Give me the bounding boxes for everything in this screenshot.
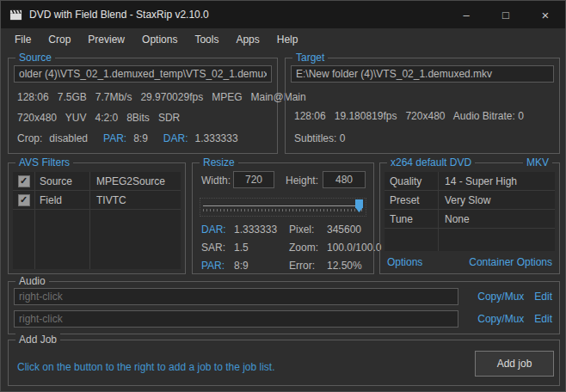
audio-track-1: Copy/Mux Edit	[14, 288, 552, 305]
grid-line	[34, 172, 35, 269]
resize-par-link[interactable]: PAR:	[201, 260, 234, 272]
menu-options[interactable]: Options	[133, 30, 186, 49]
source-group: Source 128:06 7.5GB 7.7Mb/s 29.970029fps…	[8, 58, 278, 154]
grid-line	[438, 172, 439, 251]
source-crop-line: Crop: disabled PAR: 8:9 DAR: 1.333333	[17, 132, 245, 144]
width-label: Width:	[201, 175, 231, 187]
add-job-hint: Click on the button to the right to add …	[17, 361, 275, 373]
menu-help[interactable]: Help	[268, 30, 307, 49]
slider-track[interactable]	[203, 205, 363, 206]
window-title: DVD with Field Blend - StaxRip v2.10.0	[29, 9, 209, 21]
source-info-line1: 128:06 7.5GB 7.7Mb/s 29.970029fps MPEG M…	[17, 91, 306, 103]
container-options-link[interactable]: Container Options	[469, 256, 552, 268]
tune-value[interactable]: None	[438, 213, 470, 225]
resize-zoom-value: 100.0/100.0	[327, 242, 381, 254]
audio-track-2-input[interactable]	[14, 310, 458, 328]
dar-value: 1.333333	[195, 132, 238, 144]
app-icon	[9, 9, 22, 21]
filter-field-value[interactable]: TIVTC	[89, 194, 126, 206]
resize-group: Resize Width: Height: DAR: 1.333333 Pixe…	[192, 162, 374, 274]
resize-dar-value: 1.333333	[234, 224, 289, 236]
encoder-row-tune: Tune None	[385, 210, 555, 229]
slider-ticks	[203, 209, 363, 211]
target-group-label: Target	[292, 52, 328, 64]
audio-track-1-input[interactable]	[14, 288, 458, 305]
filter-source-name[interactable]: Source	[34, 175, 89, 187]
resize-slider[interactable]	[200, 198, 366, 217]
menu-crop[interactable]: Crop	[40, 30, 79, 49]
resize-zoom-label: Zoom:	[289, 242, 327, 254]
maximize-button[interactable]: □	[486, 1, 526, 28]
resize-error-value: 12.50%	[327, 260, 381, 272]
menubar: File Crop Preview Options Tools Apps Hel…	[1, 28, 565, 51]
resize-dar-link[interactable]: DAR:	[201, 224, 234, 236]
target-path-input[interactable]	[291, 65, 554, 83]
tune-label: Tune	[385, 213, 438, 225]
crop-label: Crop:	[17, 132, 42, 144]
avs-filters-group: AVS Filters ✓ Source MPEG2Source ✓	[8, 162, 186, 274]
audio-track-2-copymux-link[interactable]: Copy/Mux	[477, 313, 524, 325]
target-info-line1: 128:06 19.180819fps 720x480 Audio Bitrat…	[294, 110, 524, 122]
encoder-group-label[interactable]: x264 default DVD	[387, 156, 475, 168]
resize-pixel-value: 345600	[327, 224, 381, 236]
minimize-button[interactable]: –	[446, 1, 486, 28]
encoder-row-preset: Preset Very Slow	[385, 191, 555, 210]
menu-preview[interactable]: Preview	[79, 30, 133, 49]
audio-track-2: Copy/Mux Edit	[14, 310, 552, 328]
add-job-group: Add Job Click on the button to the right…	[8, 340, 560, 386]
par-link[interactable]: PAR:	[103, 132, 126, 144]
filter-field-checkbox[interactable]: ✓	[18, 194, 30, 206]
audio-group-label: Audio	[15, 275, 49, 287]
close-button[interactable]: ×	[526, 1, 565, 28]
filter-source-checkbox[interactable]: ✓	[18, 175, 30, 187]
quality-label: Quality	[385, 175, 438, 187]
preset-value[interactable]: Very Slow	[438, 194, 490, 206]
menu-apps[interactable]: Apps	[227, 30, 268, 49]
crop-value: disabled	[49, 132, 88, 144]
check-icon: ✓	[20, 176, 28, 186]
add-job-group-label: Add Job	[15, 334, 60, 346]
height-label: Height:	[286, 175, 318, 187]
source-info-line2: 720x480 YUV 4:2:0 8Bits SDR	[17, 112, 180, 124]
container-label[interactable]: MKV	[523, 156, 552, 168]
menu-tools[interactable]: Tools	[186, 30, 227, 49]
source-group-label: Source	[15, 52, 55, 64]
quality-value[interactable]: 14 - Super High	[438, 175, 517, 187]
encoder-options-link[interactable]: Options	[387, 256, 422, 268]
target-group: Target 128:06 19.180819fps 720x480 Audio…	[285, 58, 560, 154]
filter-source-value[interactable]: MPEG2Source	[89, 175, 165, 187]
app-window: DVD with Field Blend - StaxRip v2.10.0 –…	[0, 0, 566, 392]
titlebar: DVD with Field Blend - StaxRip v2.10.0 –…	[1, 1, 565, 28]
height-input[interactable]	[323, 171, 366, 188]
encoder-table: Quality 14 - Super High Preset Very Slow…	[385, 172, 555, 251]
add-job-button[interactable]: Add job	[475, 351, 554, 377]
preset-label: Preset	[385, 194, 438, 206]
window-controls: – □ ×	[446, 1, 565, 28]
encoder-row-quality: Quality 14 - Super High	[385, 172, 555, 191]
filter-field-name[interactable]: Field	[34, 194, 89, 206]
menu-file[interactable]: File	[6, 30, 40, 49]
resize-sar-value: 1.5	[234, 242, 289, 254]
grid-line	[89, 172, 90, 269]
audio-track-1-edit-link[interactable]: Edit	[534, 291, 552, 303]
width-input[interactable]	[233, 171, 274, 188]
resize-group-label: Resize	[200, 156, 238, 168]
resize-sar-label: SAR:	[201, 242, 234, 254]
audio-group: Audio Copy/Mux Edit Copy/Mux Edit	[8, 281, 560, 334]
dar-link[interactable]: DAR:	[163, 132, 188, 144]
encoder-group: x264 default DVD MKV Quality 14 - Super …	[379, 162, 560, 274]
resize-pixel-label: Pixel:	[289, 224, 327, 236]
filter-list: ✓ Source MPEG2Source ✓ Field TIVTC	[13, 172, 181, 269]
audio-track-1-copymux-link[interactable]: Copy/Mux	[477, 291, 524, 303]
filter-row-source: ✓ Source MPEG2Source	[13, 172, 181, 191]
resize-par-value: 8:9	[234, 260, 289, 272]
avs-filters-group-label: AVS Filters	[15, 156, 73, 168]
filter-row-field: ✓ Field TIVTC	[13, 191, 181, 210]
check-icon: ✓	[20, 195, 28, 205]
target-info-line2: Subtitles: 0	[294, 132, 345, 144]
audio-track-2-edit-link[interactable]: Edit	[534, 313, 552, 325]
par-value: 8:9	[133, 132, 148, 144]
resize-stats: DAR: 1.333333 Pixel: 345600 SAR: 1.5 Zoo…	[201, 224, 381, 272]
source-path-input[interactable]	[14, 65, 272, 83]
resize-error-label: Error:	[289, 260, 327, 272]
